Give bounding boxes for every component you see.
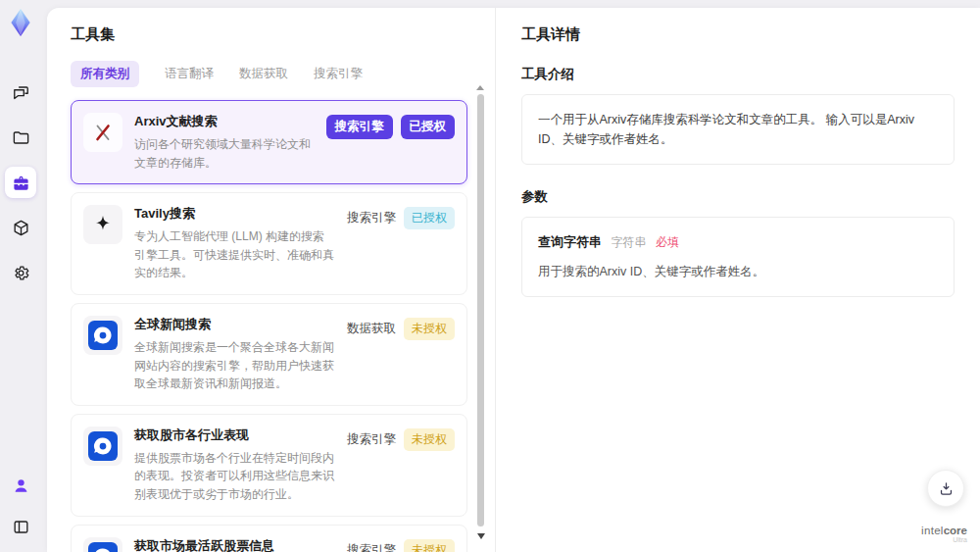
tool-name: 全球新闻搜索 [134, 316, 335, 333]
list-scrollbar[interactable] [477, 94, 484, 527]
tool-category-label: 数据获取 [347, 321, 396, 337]
news-app-icon [83, 537, 122, 552]
tool-category-label: 搜索引擎 [347, 210, 396, 226]
chat-nav-icon[interactable] [5, 76, 36, 108]
toolbox-nav-icon[interactable] [5, 167, 36, 198]
tool-card[interactable]: 获取股市各行业表现提供股票市场各个行业在特定时间段内的表现。投资者可以利用这些信… [71, 414, 467, 517]
tool-card[interactable]: 获取市场最活跃股票信息提供当天交易量最高的股票列表，投资者可以利用这些信息来识别… [71, 525, 467, 552]
tool-card[interactable]: Tavily搜索专为人工智能代理 (LLM) 构建的搜索引擎工具。可快速提供实时… [71, 192, 467, 295]
page-title: 工具集 [71, 25, 467, 44]
collapse-sidebar-icon[interactable] [5, 511, 36, 542]
arxiv-logo-icon [83, 113, 122, 152]
param-description: 用于搜索的Arxiv ID、关键字或作者姓名。 [538, 262, 938, 281]
tool-category-label: 搜索引擎 [347, 542, 396, 552]
app-logo-icon[interactable] [6, 8, 35, 37]
category-tab[interactable]: 搜索引擎 [314, 66, 363, 82]
user-avatar-icon[interactable] [5, 470, 36, 501]
scroll-down-icon[interactable] [477, 533, 485, 539]
status-badge: 未授权 [404, 539, 455, 552]
tool-name: Tavily搜索 [134, 205, 335, 223]
main-card: 工具集 所有类别语言翻译数据获取搜索引擎 Arxiv文献搜索访问各个研究领域大量… [47, 8, 980, 552]
tool-list-pane: 工具集 所有类别语言翻译数据获取搜索引擎 Arxiv文献搜索访问各个研究领域大量… [47, 8, 496, 552]
news-app-icon [83, 427, 122, 466]
param-required-badge: 必填 [656, 235, 679, 249]
tool-category-label: 搜索引擎 [347, 431, 396, 448]
intro-box: 一个用于从Arxiv存储库搜索科学论文和文章的工具。 输入可以是Arxiv ID… [521, 94, 955, 165]
param-type: 字符串 [611, 235, 646, 249]
intro-heading: 工具介绍 [521, 66, 955, 83]
params-heading: 参数 [521, 188, 955, 206]
category-tab[interactable]: 数据获取 [239, 66, 288, 82]
left-rail [0, 0, 41, 552]
tool-card[interactable]: 全球新闻搜索全球新闻搜索是一个聚合全球各大新闻网站内容的搜索引擎，帮助用户快速获… [71, 303, 467, 406]
app-root: 工具集 所有类别语言翻译数据获取搜索引擎 Arxiv文献搜索访问各个研究领域大量… [0, 0, 980, 552]
status-badge: 已授权 [401, 115, 456, 139]
intel-core-logo: intelcore Ultra [921, 525, 967, 544]
tool-detail-pane: 工具详情 工具介绍 一个用于从Arxiv存储库搜索科学论文和文章的工具。 输入可… [496, 8, 980, 552]
intel-text: intel [921, 525, 944, 536]
param-box: 查询字符串 字符串 必填 用于搜索的Arxiv ID、关键字或作者姓名。 [521, 217, 955, 297]
status-badge: 未授权 [404, 428, 455, 451]
package-nav-icon[interactable] [5, 212, 36, 243]
tool-name: 获取股市各行业表现 [134, 427, 335, 444]
tool-description: 专为人工智能代理 (LLM) 构建的搜索引擎工具。可快速提供实时、准确和真实的结… [134, 227, 335, 282]
core-text: core [944, 525, 967, 536]
download-button[interactable] [927, 470, 964, 507]
param-header: 查询字符串 字符串 必填 [538, 232, 938, 253]
status-badge: 未授权 [404, 318, 455, 340]
param-name: 查询字符串 [538, 234, 602, 249]
tool-description: 访问各个研究领域大量科学论文和文章的存储库。 [134, 135, 315, 172]
tool-description: 全球新闻搜索是一个聚合全球各大新闻网站内容的搜索引擎，帮助用户快速获取全球最新资… [134, 338, 335, 393]
tool-category-label: 搜索引擎 [326, 115, 393, 139]
status-badge: 已授权 [404, 207, 455, 229]
scroll-up-icon[interactable] [476, 85, 484, 90]
tool-name: 获取市场最活跃股票信息 [134, 537, 335, 552]
category-tab[interactable]: 语言翻译 [165, 66, 214, 82]
tool-description: 提供股票市场各个行业在特定时间段内的表现。投资者可以利用这些信息来识别表现优于或… [134, 449, 335, 504]
category-tab[interactable]: 所有类别 [71, 61, 139, 87]
tool-name: Arxiv文献搜索 [134, 113, 315, 130]
news-app-icon [83, 316, 122, 355]
ultra-text: Ultra [921, 536, 967, 544]
settings-nav-icon[interactable] [5, 257, 36, 288]
sparkle-icon [83, 205, 122, 244]
tool-list: Arxiv文献搜索访问各个研究领域大量科学论文和文章的存储库。搜索引擎已授权Ta… [71, 100, 467, 552]
tool-card[interactable]: Arxiv文献搜索访问各个研究领域大量科学论文和文章的存储库。搜索引擎已授权 [71, 100, 467, 184]
folder-nav-icon[interactable] [5, 122, 36, 153]
detail-title: 工具详情 [521, 25, 955, 44]
category-tabs: 所有类别语言翻译数据获取搜索引擎 [71, 61, 467, 87]
intro-text: 一个用于从Arxiv存储库搜索科学论文和文章的工具。 输入可以是Arxiv ID… [538, 113, 914, 146]
